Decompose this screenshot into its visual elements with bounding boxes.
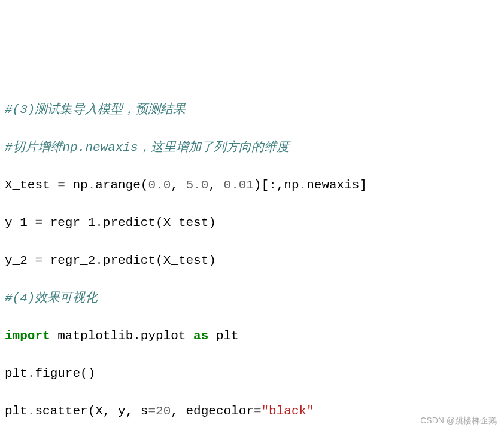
operator: = — [35, 216, 42, 230]
code-text: scatter(X, y, s — [35, 404, 148, 418]
code-text: y_1 — [5, 216, 35, 230]
code-text: matplotlib.pyplot — [50, 329, 193, 343]
operator: . — [28, 404, 35, 418]
code-text: newaxis] — [306, 178, 367, 192]
code-text: plt — [208, 329, 238, 343]
operator: . — [95, 216, 103, 230]
code-line-2: #切片增维np.newaxis，这里增加了列方向的维度 — [5, 138, 499, 157]
code-line-4: y_1 = regr_1.predict(X_test) — [5, 214, 499, 233]
code-text: , edgecolor — [171, 404, 254, 418]
code-line-5: y_2 = regr_2.predict(X_test) — [5, 251, 499, 270]
code-text: , — [171, 178, 186, 192]
operator: = — [57, 178, 65, 192]
comment: #(3)测试集导入模型，预测结果 — [5, 103, 186, 117]
operator: . — [88, 178, 96, 192]
operator: . — [28, 367, 35, 380]
code-text: , — [208, 178, 223, 192]
operator: = — [35, 254, 42, 267]
keyword-import: import — [5, 329, 50, 343]
code-text: )[:,np — [254, 178, 299, 192]
code-text: predict(X_test) — [103, 216, 216, 230]
code-text: X_test — [5, 178, 57, 192]
number: 5.0 — [186, 178, 209, 192]
code-line-1: #(3)测试集导入模型，预测结果 — [5, 100, 499, 120]
code-text: np — [65, 178, 88, 192]
comment: #切片增维np.newaxis，这里增加了列方向的维度 — [5, 141, 289, 154]
comment: #(4)效果可视化 — [5, 291, 98, 305]
code-line-3: X_test = np.arange(0.0, 5.0, 0.01)[:,np.… — [5, 176, 499, 195]
keyword-as: as — [193, 329, 208, 343]
code-line-7: import matplotlib.pyplot as plt — [5, 327, 499, 346]
code-text: y_2 — [5, 254, 35, 267]
code-text: predict(X_test) — [103, 254, 216, 267]
number: 0.01 — [224, 178, 254, 192]
code-block: #(3)测试集导入模型，预测结果 #切片增维np.newaxis，这里增加了列方… — [5, 81, 499, 433]
code-text: plt — [5, 367, 28, 380]
watermark: CSDN @跳楼梯企鹅 — [420, 414, 497, 427]
code-line-6: #(4)效果可视化 — [5, 289, 499, 308]
string: "black" — [262, 404, 314, 418]
operator: . — [299, 178, 307, 192]
code-text: plt — [5, 404, 28, 418]
code-text: arange( — [95, 178, 148, 192]
operator: . — [95, 254, 103, 267]
operator: = — [254, 404, 262, 418]
code-text: regr_1 — [42, 216, 95, 230]
code-line-8: plt.figure() — [5, 364, 499, 383]
number: 20 — [156, 404, 171, 418]
number: 0.0 — [148, 178, 171, 192]
code-text: figure() — [35, 367, 95, 380]
operator: = — [148, 404, 156, 418]
code-text: regr_2 — [42, 254, 95, 267]
